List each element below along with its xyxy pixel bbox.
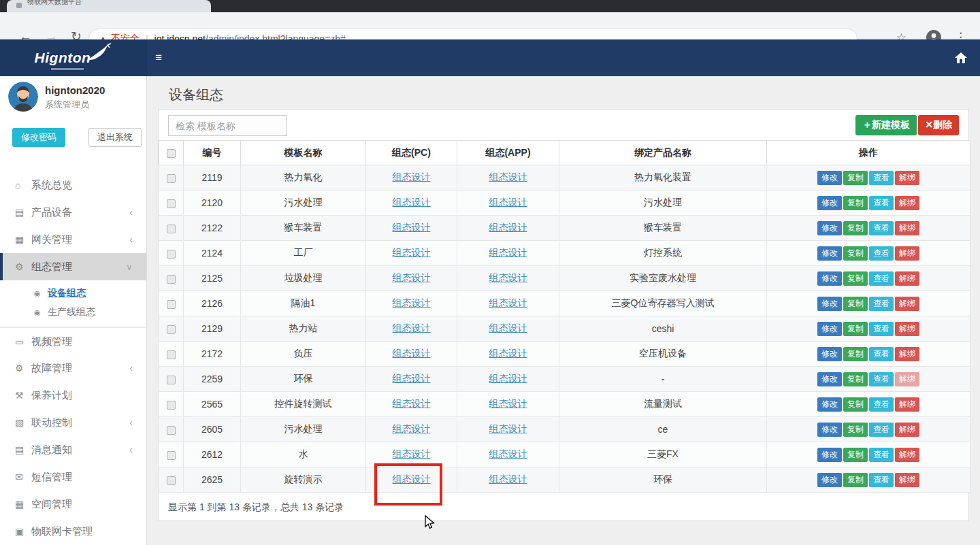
action-修改-button[interactable]: 修改 [817,297,842,311]
action-查看-button[interactable]: 查看 [869,448,894,462]
action-复制-button[interactable]: 复制 [843,322,868,336]
action-修改-button[interactable]: 修改 [817,423,842,437]
config-app-link[interactable]: 组态设计 [489,222,527,233]
row-checkbox[interactable] [159,367,184,392]
action-修改-button[interactable]: 修改 [817,196,842,210]
action-查看-button[interactable]: 查看 [869,246,894,261]
action-解绑-button[interactable]: 解绑 [895,297,919,311]
action-修改-button[interactable]: 修改 [817,448,842,462]
sidebar-toggle-icon[interactable]: ≡ [155,51,162,65]
sidebar-item-系统总览[interactable]: ⌂系统总览 [0,171,146,199]
sidebar-item-视频管理[interactable]: ▭视频管理 [0,327,146,354]
config-app-link[interactable]: 组态设计 [489,423,527,434]
action-修改-button[interactable]: 修改 [817,322,842,336]
search-input[interactable] [168,115,287,136]
config-app-link[interactable]: 组态设计 [489,348,527,359]
config-app-link[interactable]: 组态设计 [489,474,527,484]
config-pc-link[interactable]: 组态设计 [393,348,431,359]
action-解绑-button[interactable]: 解绑 [895,397,919,412]
avatar[interactable] [8,82,38,112]
sidebar-subitem-设备组态[interactable]: ◉设备组态 [0,283,146,302]
row-checkbox[interactable] [159,417,184,442]
action-查看-button[interactable]: 查看 [869,271,894,286]
action-复制-button[interactable]: 复制 [843,171,868,185]
action-查看-button[interactable]: 查看 [869,322,894,336]
action-修改-button[interactable]: 修改 [817,246,842,261]
config-app-link[interactable]: 组态设计 [489,247,527,258]
config-app-link[interactable]: 组态设计 [489,171,527,182]
action-修改-button[interactable]: 修改 [817,171,842,185]
config-app-link[interactable]: 组态设计 [489,448,527,459]
config-pc-link[interactable]: 组态设计 [393,323,431,333]
action-解绑-button[interactable]: 解绑 [895,271,919,286]
row-checkbox[interactable] [159,442,184,467]
action-复制-button[interactable]: 复制 [843,423,868,437]
home-icon[interactable] [954,51,968,65]
row-checkbox[interactable] [159,392,184,417]
row-checkbox[interactable] [159,342,184,367]
config-app-link[interactable]: 组态设计 [489,297,527,308]
action-复制-button[interactable]: 复制 [843,196,868,210]
config-app-link[interactable]: 组态设计 [489,398,527,409]
config-pc-link[interactable]: 组态设计 [393,423,431,434]
sidebar-item-联动控制[interactable]: ▧联动控制‹ [0,409,146,436]
sidebar-item-产品设备[interactable]: ▤产品设备‹ [0,199,146,226]
action-解绑-button[interactable]: 解绑 [895,423,919,437]
action-查看-button[interactable]: 查看 [869,221,894,235]
action-解绑-button[interactable]: 解绑 [895,322,919,336]
row-checkbox[interactable] [159,316,184,342]
change-password-button[interactable]: 修改密码 [12,128,65,147]
action-解绑-button[interactable]: 解绑 [895,448,919,462]
row-checkbox[interactable] [159,216,184,241]
action-查看-button[interactable]: 查看 [869,372,894,386]
action-解绑-button[interactable]: 解绑 [895,196,919,210]
row-checkbox[interactable] [159,291,184,316]
row-checkbox[interactable] [159,467,184,493]
sidebar-item-故障管理[interactable]: ⚙故障管理‹ [0,354,146,382]
row-checkbox[interactable] [159,241,184,266]
sidebar-item-空间管理[interactable]: ▦空间管理 [0,491,146,518]
new-template-button[interactable]: ＋新建模板 [855,115,917,135]
sidebar-subitem-生产线组态[interactable]: ◉生产线组态 [0,302,146,321]
config-pc-link[interactable]: 组态设计 [393,398,431,409]
action-解绑-button[interactable]: 解绑 [895,171,919,185]
action-查看-button[interactable]: 查看 [869,423,894,437]
config-app-link[interactable]: 组态设计 [489,197,527,208]
action-解绑-button[interactable]: 解绑 [895,372,919,386]
row-checkbox[interactable] [159,165,184,191]
config-app-link[interactable]: 组态设计 [489,373,527,384]
config-pc-link[interactable]: 组态设计 [393,272,431,283]
action-修改-button[interactable]: 修改 [817,271,842,286]
config-app-link[interactable]: 组态设计 [489,323,527,333]
action-查看-button[interactable]: 查看 [869,397,894,412]
action-查看-button[interactable]: 查看 [869,196,894,210]
config-pc-link[interactable]: 组态设计 [393,448,431,459]
config-pc-link[interactable]: 组态设计 [393,247,431,258]
action-修改-button[interactable]: 修改 [817,397,842,412]
action-复制-button[interactable]: 复制 [843,397,868,412]
action-查看-button[interactable]: 查看 [869,171,894,185]
config-pc-link[interactable]: 组态设计 [393,222,431,233]
row-checkbox[interactable] [159,191,184,216]
config-pc-link[interactable]: 组态设计 [393,373,431,384]
config-pc-link[interactable]: 组态设计 [393,197,431,208]
action-复制-button[interactable]: 复制 [843,221,868,235]
action-复制-button[interactable]: 复制 [843,347,868,361]
action-复制-button[interactable]: 复制 [843,473,868,487]
action-解绑-button[interactable]: 解绑 [895,246,919,261]
action-修改-button[interactable]: 修改 [817,221,842,235]
action-查看-button[interactable]: 查看 [869,473,894,487]
config-pc-link[interactable]: 组态设计 [393,297,431,308]
action-修改-button[interactable]: 修改 [817,473,842,487]
sidebar-item-保养计划[interactable]: ⚒保养计划 [0,382,146,409]
action-解绑-button[interactable]: 解绑 [895,473,919,487]
sidebar-item-组态管理[interactable]: ⚙组态管理∨ [0,253,146,280]
logo[interactable]: Hignton [0,39,147,76]
config-pc-link[interactable]: 组态设计 [393,171,431,182]
action-查看-button[interactable]: 查看 [869,297,894,311]
browser-tab[interactable]: 物联网大数据平台 [7,0,211,12]
sidebar-item-消息通知[interactable]: ▤消息通知‹ [0,436,146,463]
select-all-checkbox[interactable] [159,141,184,165]
action-查看-button[interactable]: 查看 [869,347,894,361]
action-修改-button[interactable]: 修改 [817,347,842,361]
